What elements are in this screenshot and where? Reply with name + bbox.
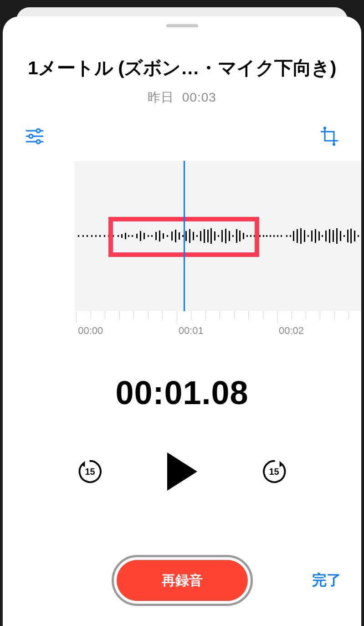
play-button[interactable]: [167, 452, 197, 491]
waveform-bar: [290, 235, 291, 237]
waveform-bar: [273, 235, 275, 237]
svg-point-5: [36, 140, 40, 144]
waveform-bar: [104, 235, 105, 237]
waveform-bar: [347, 230, 349, 242]
waveform-bar: [78, 235, 79, 237]
recording-duration: 00:03: [182, 90, 216, 104]
svg-point-6: [323, 127, 326, 129]
ruler-label: 00:02: [279, 325, 304, 337]
current-timecode: 00:01.08: [3, 374, 361, 411]
waveform-bar: [293, 231, 294, 241]
waveform-bar: [300, 228, 302, 244]
waveform-bar: [286, 235, 287, 237]
ruler-label: 00:01: [179, 325, 204, 337]
ruler-tick: [148, 311, 149, 319]
ruler-tick: [76, 311, 77, 323]
ruler-tick: [205, 311, 206, 319]
waveform-bar: [308, 235, 309, 237]
ruler-tick: [119, 311, 120, 319]
waveform-bar: [333, 230, 334, 242]
waveform-bar: [82, 235, 84, 237]
waveform-bar: [99, 235, 101, 237]
waveform-bar: [318, 231, 320, 241]
waveform-bar: [259, 235, 261, 237]
skip-back-15-button[interactable]: 15: [77, 458, 103, 485]
recording-subtitle: 昨日 00:03: [9, 89, 355, 106]
ruler-tick: [306, 311, 306, 319]
waveform-bar: [343, 235, 345, 237]
waveform-bar: [354, 231, 355, 241]
sheet-grabber[interactable]: [166, 24, 198, 27]
ruler-tick: [133, 311, 134, 319]
ruler-tick: [277, 311, 277, 323]
waveform-bar: [281, 235, 282, 237]
waveform-bar: [263, 235, 264, 237]
ruler-tick: [263, 311, 263, 319]
waveform-bar: [95, 235, 97, 237]
waveform-bar: [329, 229, 330, 243]
time-ruler[interactable]: 00:0000:0100:02: [3, 311, 361, 343]
ruler-tick: [91, 311, 91, 319]
ruler-tick: [234, 311, 235, 319]
ruler-tick: [292, 311, 292, 319]
ruler-tick: [105, 311, 105, 319]
playhead[interactable]: [184, 161, 185, 311]
rerecord-button-label: 再録音: [162, 571, 203, 590]
skip-forward-15-button[interactable]: 15: [261, 458, 287, 485]
crop-icon[interactable]: [317, 123, 342, 149]
waveform-bar: [350, 229, 352, 243]
done-button[interactable]: 完了: [312, 570, 341, 590]
waveform-bar: [277, 235, 278, 237]
waveform-bar: [266, 235, 267, 237]
waveform-bar: [315, 229, 316, 243]
ruler-label: 00:00: [78, 325, 103, 337]
ruler-tick: [248, 311, 249, 319]
recording-title[interactable]: 1メートル (ズボン…・マイク下向き): [9, 56, 355, 81]
skip-forward-seconds-label: 15: [261, 458, 287, 485]
waveform-bar: [336, 228, 338, 244]
recording-detail-sheet: 1メートル (ズボン…・マイク下向き) 昨日 00:03: [3, 16, 361, 626]
ruler-tick: [162, 311, 163, 319]
svg-point-3: [29, 134, 33, 138]
recording-day: 昨日: [148, 90, 174, 104]
ruler-tick: [191, 311, 191, 319]
waveform-bar: [270, 235, 271, 237]
sliders-icon[interactable]: [22, 123, 47, 149]
ruler-tick: [320, 311, 320, 319]
svg-point-7: [333, 143, 335, 146]
waveform-bar: [91, 235, 92, 237]
waveform-bar: [358, 235, 359, 237]
waveform-bar: [304, 230, 305, 242]
ruler-tick: [334, 311, 335, 319]
waveform-area[interactable]: [3, 161, 361, 311]
ruler-tick: [220, 311, 220, 319]
ruler-tick: [177, 311, 177, 323]
waveform-bar: [340, 231, 341, 241]
waveform-bar: [311, 231, 313, 241]
skip-back-seconds-label: 15: [77, 458, 103, 485]
waveform-bar: [325, 231, 327, 241]
waveform-bar: [87, 235, 88, 237]
ruler-tick: [349, 311, 349, 319]
rerecord-button[interactable]: 再録音: [112, 555, 253, 606]
waveform-bar: [322, 235, 323, 237]
waveform-bar: [297, 229, 298, 243]
svg-point-1: [36, 129, 40, 133]
